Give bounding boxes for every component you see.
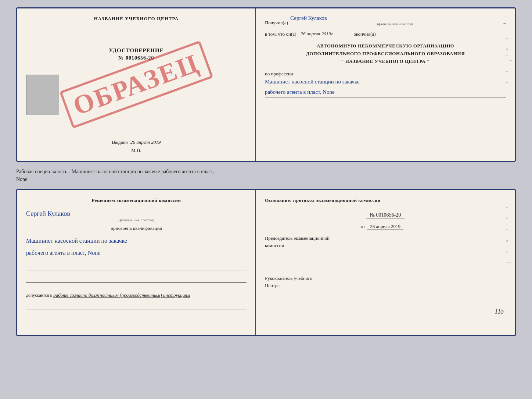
vydano-label: Выдано [112, 139, 128, 145]
document-bottom: Решением экзаменационной комиссии Сергей… [16, 189, 516, 336]
mp-label: М.П. [131, 147, 141, 153]
okonchil-label: окончил(а) [353, 31, 375, 37]
profession-bottom-line1: Машинист насосной станции по закачке [26, 235, 247, 247]
doc-left: НАЗВАНИЕ УЧЕБНОГО ЦЕНТРА ОБРАЗЕЦ УДОСТОВ… [17, 8, 256, 161]
vydano-row: Выдано 26 апреля 2019 [112, 132, 161, 145]
doc-bottom-left: Решением экзаменационной комиссии Сергей… [17, 190, 256, 335]
udostoverenie-title: УДОСТОВЕРЕНИЕ [109, 47, 164, 54]
separator-text: Рабочая специальность - Машинист насосно… [16, 166, 516, 185]
profession-block-bottom: Машинист насосной станции по закачке раб… [26, 235, 247, 259]
protocol-number-block: № 0010656-20 [265, 211, 506, 218]
blank-line-1 [26, 264, 247, 271]
prisvoena-text: присвоена квалификация [26, 225, 247, 231]
rukovoditel-line1: Руководитель учебного [265, 275, 506, 282]
rukovoditel-signature-line [265, 296, 313, 302]
predsedatel-signature-line [265, 256, 324, 262]
org-line1: АВТОНОМНУЮ НЕКОММЕРЧЕСКУЮ ОРГАНИЗАЦИЮ [265, 42, 506, 50]
protocol-dash: – [407, 224, 410, 229]
profession-bottom-line2: рабочего агента в пласт, None [26, 247, 247, 259]
right-dashes-bottom: – – – и а ←– – – – – [506, 205, 512, 331]
dopuskaetsya-row: допускается к работе согласно должностны… [26, 292, 247, 298]
poluchil-subtext: (фамилия, имя, отчество) [290, 22, 500, 26]
doc-bottom-right: – – – и а ←– – – – – Основание: протокол… [256, 190, 515, 335]
org-line3: " НАЗВАНИЕ УЧЕБНОГО ЦЕНТРА " [265, 58, 506, 65]
protocol-date-row: от 26 апреля 2019 – [265, 224, 506, 229]
blank-line-2 [26, 276, 247, 283]
protocol-date: 26 апреля 2019 [367, 224, 403, 229]
vydano-date: 26 апреля 2019 [130, 139, 161, 145]
komissia-title: Решением экзаменационной комиссии [26, 197, 247, 203]
name-subtext: (фамилия, имя, отчество) [26, 218, 247, 222]
stamp-obrazec: ОБРАЗЕЦ [60, 40, 213, 129]
doc-right: – – – и а ←– – – – – Получил(а) Сергей К… [256, 8, 515, 161]
dash-separator: – [503, 20, 506, 26]
rukovoditel-line2: Центра [265, 282, 506, 289]
poluchil-label: Получил(а) [265, 20, 288, 26]
po-professii-label: по профессии [265, 71, 293, 76]
poluchil-value: Сергей Кулаков [290, 15, 500, 22]
separator-line1: Рабочая специальность - Машинист насосно… [16, 169, 214, 174]
center-title: НАЗВАНИЕ УЧЕБНОГО ЦЕНТРА [94, 16, 179, 22]
po-professii: по профессии Машинист насосной станции п… [265, 70, 506, 97]
osnov-title: Основание: протокол экзаменационной коми… [265, 197, 506, 203]
org-block: АВТОНОМНУЮ НЕКОММЕРЧЕСКУЮ ОРГАНИЗАЦИЮ ДО… [265, 42, 506, 65]
org-line2: ДОПОЛНИТЕЛЬНОГО ПРОФЕССИОНАЛЬНОГО ОБРАЗО… [265, 50, 506, 58]
vtom-label: в том, что он(а) [265, 31, 296, 37]
protocol-number: № 0010656-20 [366, 212, 405, 218]
separator-line2: None [16, 177, 27, 182]
predsedatel-line2: комиссии [265, 242, 506, 249]
rukovoditel-block: Руководитель учебного Центра [265, 275, 506, 289]
ito-label: ITo [495, 308, 504, 316]
protocol-date-prefix: от [361, 224, 365, 229]
vtom-date: 26 апреля 2019г. [301, 31, 348, 37]
vtom-row: в том, что он(а) 26 апреля 2019г. окончи… [265, 31, 506, 37]
dopuskaetsya-value: работе согласно должностным (производств… [53, 292, 190, 298]
dopuskaetsya-label: допускается к [26, 293, 52, 298]
name-value: Сергей Кулаков [26, 210, 247, 218]
blank-line-3 [26, 303, 247, 310]
name-block: Сергей Кулаков (фамилия, имя, отчество) [26, 210, 247, 222]
document-top: НАЗВАНИЕ УЧЕБНОГО ЦЕНТРА ОБРАЗЕЦ УДОСТОВ… [16, 7, 516, 162]
photo-placeholder [26, 75, 59, 115]
profession-line1: Машинист насосной станции по закачке [265, 77, 506, 87]
udostoverenie-number: № 0010656-20 [118, 55, 154, 61]
poluchil-row: Получил(а) Сергей Кулаков (фамилия, имя,… [265, 15, 506, 26]
predsedatel-line1: Председатель экзаменационной [265, 235, 506, 242]
predsedatel-block: Председатель экзаменационной комиссии [265, 235, 506, 249]
right-dashes-top: – – – и а ←– – – – – [506, 31, 512, 157]
profession-line2: рабочего агента в пласт, None [265, 87, 506, 97]
